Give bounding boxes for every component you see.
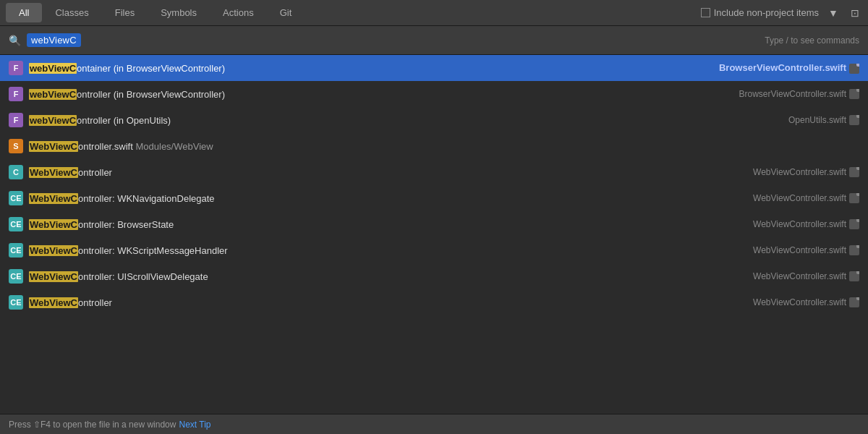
tab-symbols[interactable]: Symbols xyxy=(148,3,210,22)
result-row[interactable]: CEWebViewController: UIScrollViewDelegat… xyxy=(0,263,868,289)
tab-right-controls: Include non-project items ▼ ⊡ xyxy=(701,6,862,20)
name-suffix: ontroller: WKScriptMessageHandler xyxy=(78,245,228,256)
tab-bar: All Classes Files Symbols Actions Git In… xyxy=(0,0,868,26)
name-suffix: ontroller: UIScrollViewDelegate xyxy=(78,271,208,282)
main-container: All Classes Files Symbols Actions Git In… xyxy=(0,0,868,434)
search-input[interactable]: webViewC xyxy=(31,35,77,46)
file-icon xyxy=(849,167,859,177)
result-file: BrowserViewController.swift xyxy=(739,89,860,100)
result-row[interactable]: SWebViewController.swift Modules/WebView xyxy=(0,133,868,159)
result-icon: CE xyxy=(9,191,23,205)
result-icon: CE xyxy=(9,269,23,284)
search-icon: 🔍 xyxy=(9,35,21,46)
result-name: WebViewController.swift Modules/WebView xyxy=(29,141,859,152)
name-highlight: WebViewC xyxy=(29,297,78,308)
name-highlight: WebViewC xyxy=(29,141,78,152)
result-row[interactable]: FwebViewController (in BrowserViewContro… xyxy=(0,81,868,107)
result-file: OpenUtils.swift xyxy=(788,115,859,126)
tab-git[interactable]: Git xyxy=(267,3,305,22)
result-file: WebViewController.swift xyxy=(753,245,859,256)
name-suffix: ontroller.swift xyxy=(78,141,133,152)
result-row[interactable]: CEWebViewControllerWebViewController.swi… xyxy=(0,289,868,315)
result-icon: CE xyxy=(9,217,23,231)
search-hint: Type / to see commands xyxy=(765,35,859,46)
tip-text: Press ⇧F4 to open the file in a new wind… xyxy=(9,420,176,430)
name-highlight: webViewC xyxy=(29,89,77,100)
result-row[interactable]: FwebViewController (in OpenUtils)OpenUti… xyxy=(0,107,868,133)
result-name: WebViewController: BrowserState xyxy=(29,219,741,230)
file-icon xyxy=(849,297,859,307)
file-icon xyxy=(849,219,859,229)
name-highlight: WebViewC xyxy=(29,193,78,204)
result-icon: C xyxy=(9,165,23,179)
results-list: FwebViewContainer (in BrowserViewControl… xyxy=(0,55,868,414)
filter-icon[interactable]: ▼ xyxy=(826,6,841,20)
name-suffix: ontroller: BrowserState xyxy=(78,219,174,230)
result-name: webViewController (in OpenUtils) xyxy=(29,115,777,126)
result-icon: CE xyxy=(9,243,23,258)
tab-files[interactable]: Files xyxy=(102,3,148,22)
result-icon: F xyxy=(9,113,23,127)
include-non-project-checkbox[interactable]: Include non-project items xyxy=(701,7,819,18)
name-suffix: ontroller xyxy=(78,167,112,178)
name-highlight: webViewC xyxy=(29,115,77,126)
file-icon xyxy=(849,115,859,125)
result-row[interactable]: CWebViewControllerWebViewController.swif… xyxy=(0,159,868,185)
include-non-project-label: Include non-project items xyxy=(714,7,819,18)
result-name: WebViewController xyxy=(29,297,741,308)
name-suffix: ontroller (in OpenUtils) xyxy=(77,115,171,126)
result-file: WebViewController.swift xyxy=(753,271,859,282)
name-highlight: WebViewC xyxy=(29,245,78,256)
name-highlight: WebViewC xyxy=(29,271,78,282)
file-icon xyxy=(849,271,859,281)
next-tip-button[interactable]: Next Tip xyxy=(179,420,210,430)
result-name: WebViewController: WKNavigationDelegate xyxy=(29,193,741,204)
result-row[interactable]: FwebViewContainer (in BrowserViewControl… xyxy=(0,55,868,81)
name-suffix: ontainer (in BrowserViewController) xyxy=(77,63,225,74)
result-file: WebViewController.swift xyxy=(753,219,859,230)
name-suffix: ontroller (in BrowserViewController) xyxy=(77,89,225,100)
name-highlight: WebViewC xyxy=(29,167,78,178)
name-suffix: ontroller: WKNavigationDelegate xyxy=(78,193,215,204)
file-icon xyxy=(849,64,859,74)
checkbox-box[interactable] xyxy=(701,8,710,17)
result-file: BrowserViewController.swift xyxy=(719,62,859,74)
search-bar: 🔍 webViewC Type / to see commands xyxy=(0,26,868,55)
result-icon: F xyxy=(9,61,23,75)
result-name: WebViewController: UIScrollViewDelegate xyxy=(29,271,741,282)
status-bar: Press ⇧F4 to open the file in a new wind… xyxy=(0,414,868,434)
name-suffix: ontroller xyxy=(78,297,112,308)
result-name: WebViewController xyxy=(29,167,741,178)
layout-icon[interactable]: ⊡ xyxy=(848,6,862,20)
result-name: WebViewController: WKScriptMessageHandle… xyxy=(29,245,741,256)
file-icon xyxy=(849,89,859,99)
name-secondary: Modules/WebView xyxy=(135,141,213,152)
result-row[interactable]: CEWebViewController: WKScriptMessageHand… xyxy=(0,237,868,263)
result-row[interactable]: CEWebViewController: WKNavigationDelegat… xyxy=(0,185,868,211)
file-icon xyxy=(849,245,859,255)
result-row[interactable]: CEWebViewController: BrowserStateWebView… xyxy=(0,211,868,237)
result-icon: F xyxy=(9,87,23,101)
result-file: WebViewController.swift xyxy=(753,193,859,204)
tab-all[interactable]: All xyxy=(6,3,42,22)
result-file: WebViewController.swift xyxy=(753,297,859,308)
result-name: webViewController (in BrowserViewControl… xyxy=(29,89,728,100)
result-name: webViewContainer (in BrowserViewControll… xyxy=(29,63,707,74)
search-input-highlight[interactable]: webViewC xyxy=(27,33,81,47)
file-icon xyxy=(849,193,859,203)
tab-actions[interactable]: Actions xyxy=(210,3,267,22)
result-file: WebViewController.swift xyxy=(753,167,859,178)
result-icon: S xyxy=(9,139,23,153)
name-highlight: webViewC xyxy=(29,63,77,74)
result-icon: CE xyxy=(9,295,23,310)
name-highlight: WebViewC xyxy=(29,219,78,230)
tab-classes[interactable]: Classes xyxy=(42,3,101,22)
